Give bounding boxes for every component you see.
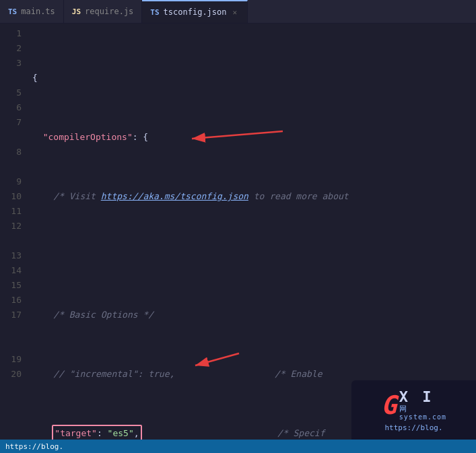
tab-tsconfig-json[interactable]: TS tsconfig.json ✕ <box>142 0 248 23</box>
watermark-xi-text: X I 网 system.com <box>399 389 446 421</box>
watermark-g-letter: G <box>381 392 397 418</box>
tab-close-button[interactable]: ✕ <box>231 7 240 18</box>
tooltip-text: https://blog. <box>5 442 63 451</box>
code-line-4 <box>32 248 476 263</box>
tab-label: tsconfig.json <box>164 7 227 17</box>
line-numbers: 1 2 3 5 6 7 8 9 10 11 12 13 14 15 16 17 … <box>0 24 27 453</box>
watermark: G X I 网 system.com https://blog. <box>351 380 476 441</box>
watermark-url: https://blog. <box>384 423 442 432</box>
tab-main-ts[interactable]: TS main.ts <box>0 0 64 23</box>
ts-icon: TS <box>8 7 17 16</box>
code-line-5: /* Basic Options */ <box>32 308 476 322</box>
watermark-logo: G X I 网 system.com <box>381 389 446 421</box>
code-line-6: // "incremental": true, /* Enable <box>32 367 476 382</box>
tab-bar: TS main.ts JS require.js TS tsconfig.jso… <box>0 0 476 24</box>
js-icon: JS <box>72 7 81 16</box>
tooltip-bar: https://blog. <box>0 440 476 453</box>
code-line-2: "compilerOptions": { <box>32 130 476 145</box>
ts-icon: TS <box>150 8 159 17</box>
code-line-3: /* Visit https://aka.ms/tsconfig.json to… <box>32 189 476 204</box>
code-area: 1 2 3 5 6 7 8 9 10 11 12 13 14 15 16 17 … <box>0 24 476 453</box>
watermark-xi-top: X I <box>399 389 446 405</box>
watermark-system: system.com <box>399 413 446 421</box>
code-line-1: { <box>32 71 476 85</box>
tab-label: main.ts <box>21 7 55 16</box>
tab-require-js[interactable]: JS require.js <box>64 0 143 23</box>
watermark-xi-bot: 网 <box>399 405 446 413</box>
tab-label: require.js <box>85 7 133 16</box>
